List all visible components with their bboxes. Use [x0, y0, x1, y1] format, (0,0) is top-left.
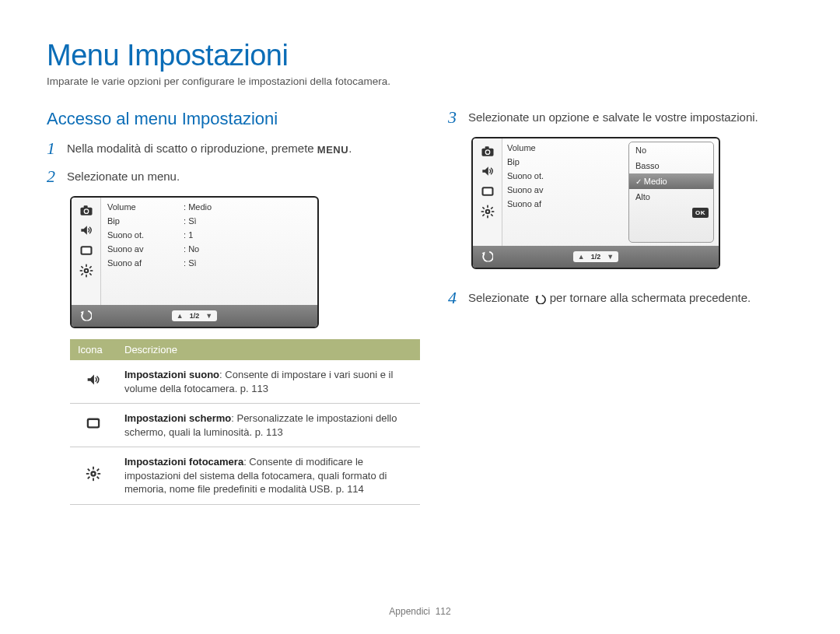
step-4: 4 Selezionate per tornare alla schermata…: [448, 289, 793, 306]
screen-icon: [79, 243, 94, 258]
screen-icon: [480, 184, 495, 199]
camera-menu-list: Volume Bip Suono ot. Suono av Suono af: [502, 138, 628, 246]
page-title: Menu Impostazioni: [47, 39, 793, 72]
left-column: Accesso al menu Impostazioni 1 Nella mod…: [47, 109, 420, 505]
item-value: 1: [184, 230, 193, 240]
option-panel: No Basso Medio Alto OK: [628, 142, 714, 243]
item-label: Volume: [507, 143, 583, 152]
step-number: 4: [448, 289, 468, 306]
list-item[interactable]: Suono av: [507, 185, 624, 194]
table-cell-description: Impostazioni suono: Consente di impostar…: [117, 360, 420, 404]
step-text-fragment: .: [348, 142, 352, 155]
camera-icon: [480, 143, 495, 159]
step-text: Selezionate un menu.: [67, 168, 180, 183]
gear-icon: [480, 204, 495, 219]
table-header-description: Descrizione: [117, 339, 420, 360]
page-footer: Appendici 112: [0, 606, 840, 617]
item-label: Bip: [107, 216, 184, 226]
camera-icon: [79, 202, 94, 218]
icon-description-table: Icona Descrizione Impostazioni suono: Co…: [70, 339, 420, 505]
item-value: Sì: [184, 258, 197, 268]
gear-icon: [70, 447, 117, 505]
item-label: Suono av: [107, 244, 184, 254]
chevron-up-icon[interactable]: ▲: [177, 312, 184, 320]
list-item[interactable]: Suono avNo: [107, 244, 311, 254]
pager[interactable]: ▲ 1/2 ▼: [573, 251, 618, 262]
step-text-fragment: Nella modalità di scatto o riproduzione,…: [67, 142, 317, 155]
item-label: Bip: [507, 157, 583, 166]
step-text-fragment: Selezionate: [468, 291, 533, 304]
step-number: 2: [47, 168, 67, 185]
camera-sidebar: [473, 138, 502, 246]
footer-label: Appendici: [389, 606, 430, 617]
chevron-down-icon[interactable]: ▼: [607, 253, 614, 261]
camera-screen-menu: VolumeMedio BipSì Suono ot.1 Suono avNo …: [70, 196, 319, 328]
list-item[interactable]: VolumeMedio: [107, 202, 311, 212]
chevron-down-icon[interactable]: ▼: [205, 312, 212, 320]
ok-button[interactable]: OK: [692, 208, 709, 218]
table-row: Impostazioni schermo: Personalizzate le …: [70, 404, 420, 447]
table-row: Impostazioni suono: Consente di impostar…: [70, 360, 420, 404]
step-3: 3 Selezionate un opzione e salvate le vo…: [448, 109, 793, 126]
option-item[interactable]: No: [629, 142, 713, 158]
sound-icon: [480, 163, 495, 179]
list-item[interactable]: Bip: [507, 157, 624, 166]
sound-icon: [79, 222, 94, 238]
camera-sidebar: [72, 198, 101, 305]
item-value: Medio: [184, 202, 212, 212]
table-header-icon: Icona: [70, 339, 117, 360]
item-label: Suono ot.: [107, 230, 184, 240]
step-text-fragment: per tornare alla schermata precedente.: [547, 291, 751, 304]
back-icon[interactable]: [481, 250, 493, 264]
footer-page: 112: [436, 606, 451, 617]
step-number: 1: [47, 140, 67, 157]
list-item[interactable]: Suono ot.: [507, 171, 624, 180]
step-1: 1 Nella modalità di scatto o riproduzion…: [47, 140, 420, 157]
section-heading: Accesso al menu Impostazioni: [47, 109, 420, 129]
item-value: No: [184, 244, 199, 254]
item-label: Volume: [107, 202, 184, 212]
step-2: 2 Selezionate un menu.: [47, 168, 420, 185]
option-item[interactable]: Basso: [629, 158, 713, 173]
step-text: Selezionate per tornare alla schermata p…: [468, 289, 751, 304]
camera-footer: ▲ 1/2 ▼: [72, 305, 317, 327]
table-cell-description: Impostazioni schermo: Personalizzate le …: [117, 404, 420, 447]
table-row: Impostazioni fotocamera: Consente di mod…: [70, 447, 420, 505]
page-indicator: 1/2: [190, 312, 200, 320]
step-text: Nella modalità di scatto o riproduzione,…: [67, 140, 352, 156]
row-title: Impostazioni schermo: [124, 412, 231, 424]
row-title: Impostazioni fotocamera: [124, 456, 243, 468]
screen-icon: [70, 404, 117, 447]
option-item[interactable]: Alto: [629, 189, 713, 205]
back-arrow-icon: [533, 293, 547, 304]
pager[interactable]: ▲ 1/2 ▼: [172, 310, 217, 321]
camera-menu-list: VolumeMedio BipSì Suono ot.1 Suono avNo …: [101, 198, 317, 305]
table-cell-description: Impostazioni fotocamera: Consente di mod…: [117, 447, 420, 505]
sound-icon: [70, 360, 117, 404]
row-title: Impostazioni suono: [124, 369, 219, 380]
list-item[interactable]: Suono ot.1: [107, 230, 311, 240]
list-item[interactable]: Suono af: [507, 199, 624, 208]
item-value: Sì: [184, 216, 197, 226]
item-label: Suono af: [507, 199, 583, 208]
gear-icon: [79, 263, 94, 278]
menu-button-label: MENU: [317, 144, 348, 156]
item-label: Suono af: [107, 258, 184, 268]
camera-footer: ▲ 1/2 ▼: [473, 246, 719, 268]
list-item[interactable]: Suono afSì: [107, 258, 311, 268]
right-column: 3 Selezionate un opzione e salvate le vo…: [448, 109, 793, 505]
back-icon[interactable]: [79, 309, 92, 324]
page-indicator: 1/2: [591, 253, 601, 261]
option-item-selected[interactable]: Medio: [629, 173, 713, 189]
list-item[interactable]: BipSì: [107, 216, 311, 226]
step-text: Selezionate un opzione e salvate le vost…: [468, 109, 758, 124]
step-number: 3: [448, 109, 468, 126]
page-subtitle: Imparate le varie opzioni per configurar…: [47, 75, 793, 87]
item-label: Suono ot.: [507, 171, 583, 180]
camera-screen-option: Volume Bip Suono ot. Suono av Suono af N…: [471, 137, 720, 269]
chevron-up-icon[interactable]: ▲: [578, 253, 585, 261]
item-label: Suono av: [507, 185, 583, 194]
list-item[interactable]: Volume: [507, 143, 624, 152]
